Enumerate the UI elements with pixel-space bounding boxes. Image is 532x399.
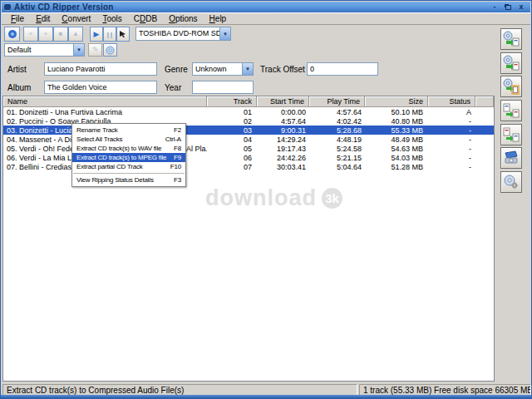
app-window: Aktiv CD Ripper Version - x File Edit Co… xyxy=(0,0,532,399)
prev-icon: « xyxy=(29,31,32,37)
pointer-icon xyxy=(119,30,127,38)
col-header-size[interactable]: Size xyxy=(365,96,428,107)
menu-file[interactable]: File xyxy=(5,13,30,24)
ripper-settings-button[interactable] xyxy=(500,171,522,193)
prev-track-button[interactable]: « xyxy=(23,27,38,42)
file-to-file-icon xyxy=(503,126,520,143)
convert-mpeg-to-wav-button[interactable] xyxy=(500,124,522,145)
minimize-button[interactable]: - xyxy=(490,2,500,12)
close-button[interactable]: x xyxy=(516,2,526,12)
pause-icon xyxy=(106,27,113,42)
year-label: Year xyxy=(165,83,181,92)
stop-icon: ■ xyxy=(59,31,63,37)
window-bottom-border xyxy=(1,395,531,398)
ctx-extract-partial[interactable]: Extract partial CD TrackF10 xyxy=(72,162,185,171)
menu-tools[interactable]: Tools xyxy=(96,13,127,24)
drive-combo-value: TOSHIBA DVD-ROM SD-M1502 xyxy=(136,27,219,40)
album-input[interactable] xyxy=(44,81,157,94)
artist-input[interactable] xyxy=(44,62,157,76)
genre-combo-arrow[interactable]: ▼ xyxy=(242,63,253,75)
edit-preset-button[interactable]: ✎ xyxy=(88,43,102,57)
col-header-status[interactable]: Status xyxy=(428,96,475,107)
file-to-file-icon xyxy=(503,102,520,119)
app-icon xyxy=(4,4,11,11)
cd-gear-icon xyxy=(503,174,520,190)
ctx-extract-mpeg[interactable]: Extract CD track(s) to MPEG fileF9 xyxy=(72,153,185,162)
artist-label: Artist xyxy=(7,65,27,74)
rip-pointer-button[interactable] xyxy=(116,27,130,42)
play-icon: ▶ xyxy=(94,31,100,38)
track-offset-label: Track Offset xyxy=(260,65,305,74)
cd-to-wav-icon xyxy=(503,31,520,47)
col-header-play-time[interactable]: Play Time xyxy=(309,96,365,107)
col-header-track[interactable]: Track xyxy=(207,96,257,107)
status-bar-disk-info: 1 track (55.33 MB) Free disk space 66305… xyxy=(359,384,531,396)
eject-drive-button[interactable] xyxy=(500,147,522,169)
refresh-drive-button[interactable] xyxy=(4,27,20,42)
convert-wav-to-mpeg-button[interactable] xyxy=(500,100,522,121)
col-header-start-time[interactable]: Start Time xyxy=(257,96,309,107)
col-header-name[interactable]: Name xyxy=(3,96,207,107)
restore-icon xyxy=(505,5,511,10)
table-header: Name Track Start Time Play Time Size Sta… xyxy=(3,96,494,107)
menu-separator xyxy=(73,173,185,174)
context-menu: Rename TrackF2 Select All TracksCtrl-A E… xyxy=(71,123,186,187)
preset-combo[interactable]: Default ▼ xyxy=(4,43,85,57)
restore-button[interactable] xyxy=(503,2,513,12)
pause-button[interactable] xyxy=(103,27,116,42)
eject-cd-button[interactable]: ▲ xyxy=(68,27,83,42)
eject-icon: ▲ xyxy=(72,31,79,37)
menu-options[interactable]: Options xyxy=(163,13,203,24)
stop-cd-button[interactable]: ■ xyxy=(53,27,68,42)
menu-bar: File Edit Convert Tools CDDB Options Hel… xyxy=(2,12,530,25)
cd-drive-open-icon xyxy=(503,150,520,166)
chevron-down-icon: ▼ xyxy=(245,66,250,71)
menu-cddb[interactable]: CDDB xyxy=(128,13,163,24)
chevron-down-icon: ▼ xyxy=(76,47,81,52)
play-button[interactable]: ▶ xyxy=(90,27,103,42)
watermark: download 3k xyxy=(205,185,342,211)
ctx-rename-track[interactable]: Rename TrackF2 xyxy=(72,126,185,135)
cd-save-icon xyxy=(106,46,115,55)
genre-combo[interactable]: Unknown ▼ xyxy=(192,62,254,76)
preset-combo-value: Default xyxy=(5,44,73,56)
menu-edit[interactable]: Edit xyxy=(30,13,56,24)
pencil-icon: ✎ xyxy=(92,47,98,53)
title-bar: Aktiv CD Ripper Version - x xyxy=(2,2,530,12)
window-title: Aktiv CD Ripper Version xyxy=(14,2,114,12)
chevron-down-icon: ▼ xyxy=(223,32,228,37)
extract-to-mpeg-button[interactable] xyxy=(500,52,522,74)
col-header-filler xyxy=(475,96,494,107)
ctx-view-ripping-status[interactable]: View Ripping Status DetailsF3 xyxy=(72,175,185,185)
watermark-text: download xyxy=(205,185,317,211)
save-preset-button[interactable] xyxy=(103,43,117,57)
cd-to-mpeg-icon xyxy=(503,55,520,71)
ctx-select-all-tracks[interactable]: Select All TracksCtrl-A xyxy=(72,135,185,144)
preset-combo-arrow[interactable]: ▼ xyxy=(73,44,84,56)
table-row[interactable]: 01. Donizetti - Una Furtiva Lacrima010:0… xyxy=(3,107,494,116)
album-label: Album xyxy=(7,83,31,92)
next-icon: » xyxy=(44,31,47,37)
extract-to-wav-button[interactable] xyxy=(500,28,522,50)
close-icon: x xyxy=(519,3,523,11)
genre-label: Genre xyxy=(165,65,188,74)
track-offset-input[interactable] xyxy=(307,62,378,76)
drive-combo[interactable]: TOSHIBA DVD-ROM SD-M1502 ▼ xyxy=(135,27,231,41)
genre-combo-value: Unknown xyxy=(193,63,242,75)
cd-to-partial-icon xyxy=(503,78,520,95)
next-track-button[interactable]: » xyxy=(38,27,53,42)
menu-help[interactable]: Help xyxy=(204,13,233,24)
menu-convert[interactable]: Convert xyxy=(56,13,96,24)
drive-combo-arrow[interactable]: ▼ xyxy=(219,27,230,40)
cd-icon xyxy=(7,29,17,39)
year-input[interactable] xyxy=(192,81,254,94)
extract-partial-button[interactable] xyxy=(500,76,522,97)
ctx-extract-wav[interactable]: Extract CD track(s) to WAV fileF8 xyxy=(72,144,185,153)
minimize-icon: - xyxy=(494,3,496,11)
watermark-badge: 3k xyxy=(322,188,342,209)
status-bar-message: Extract CD track(s) to Compressed Audio … xyxy=(2,384,357,396)
